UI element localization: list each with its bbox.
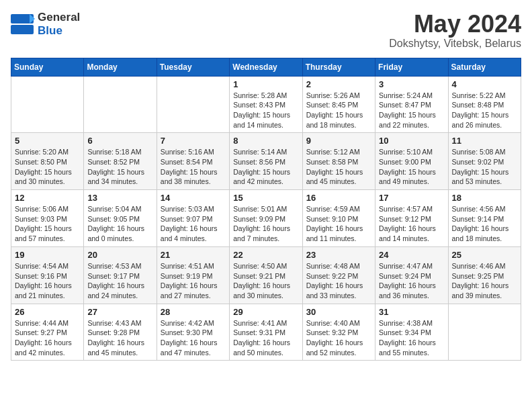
calendar-cell: 13Sunrise: 5:04 AMSunset: 9:05 PMDayligh… [84,190,157,247]
day-info: Sunrise: 5:22 AMSunset: 8:48 PMDaylight:… [452,91,517,130]
day-info: Sunrise: 5:12 AMSunset: 8:58 PMDaylight:… [306,147,371,187]
calendar-cell [448,304,521,361]
calendar-cell: 7Sunrise: 5:16 AMSunset: 8:54 PMDaylight… [157,133,229,190]
calendar-week-row: 1Sunrise: 5:28 AMSunset: 8:43 PMDaylight… [11,76,521,133]
calendar-cell: 21Sunrise: 4:51 AMSunset: 9:19 PMDayligh… [157,246,229,304]
weekday-header: Tuesday [157,58,229,76]
day-info: Sunrise: 5:14 AMSunset: 8:56 PMDaylight:… [233,147,298,187]
day-info: Sunrise: 4:40 AMSunset: 9:32 PMDaylight:… [306,318,371,358]
day-number: 28 [161,307,226,317]
page-header: General Blue May 2024 Dokshytsy, Vitebsk… [11,11,521,50]
calendar-cell: 29Sunrise: 4:41 AMSunset: 9:31 PMDayligh… [230,304,302,361]
calendar-cell: 12Sunrise: 5:06 AMSunset: 9:03 PMDayligh… [11,190,84,247]
calendar-cell: 14Sunrise: 5:03 AMSunset: 9:07 PMDayligh… [157,190,229,247]
day-info: Sunrise: 4:51 AMSunset: 9:19 PMDaylight:… [161,261,226,301]
calendar-week-row: 26Sunrise: 4:44 AMSunset: 9:27 PMDayligh… [11,304,521,361]
day-number: 7 [161,136,226,146]
svg-rect-1 [11,25,34,34]
calendar-table: SundayMondayTuesdayWednesdayThursdayFrid… [11,58,521,361]
calendar-cell [11,76,84,133]
calendar-cell: 20Sunrise: 4:53 AMSunset: 9:17 PMDayligh… [84,246,157,304]
day-number: 2 [306,79,371,89]
calendar-cell: 27Sunrise: 4:43 AMSunset: 9:28 PMDayligh… [84,304,157,361]
day-info: Sunrise: 4:53 AMSunset: 9:17 PMDaylight:… [87,261,152,301]
day-info: Sunrise: 5:03 AMSunset: 9:07 PMDaylight:… [161,204,226,244]
calendar-cell: 28Sunrise: 4:42 AMSunset: 9:30 PMDayligh… [157,304,229,361]
logo-general: General [38,11,80,24]
calendar-cell: 8Sunrise: 5:14 AMSunset: 8:56 PMDaylight… [230,133,302,190]
calendar-week-row: 19Sunrise: 4:54 AMSunset: 9:16 PMDayligh… [11,246,521,304]
day-info: Sunrise: 5:28 AMSunset: 8:43 PMDaylight:… [233,91,298,130]
day-number: 16 [306,193,371,203]
day-number: 20 [87,250,152,260]
day-number: 27 [87,307,152,317]
weekday-header-row: SundayMondayTuesdayWednesdayThursdayFrid… [11,58,521,76]
month-title: May 2024 [389,11,521,38]
day-number: 29 [233,307,298,317]
location-title: Dokshytsy, Vitebsk, Belarus [389,38,521,50]
calendar-cell: 22Sunrise: 4:50 AMSunset: 9:21 PMDayligh… [230,246,302,304]
weekday-header: Wednesday [230,58,302,76]
weekday-header: Thursday [302,58,375,76]
day-info: Sunrise: 5:26 AMSunset: 8:45 PMDaylight:… [306,91,371,130]
calendar-cell: 23Sunrise: 4:48 AMSunset: 9:22 PMDayligh… [302,246,375,304]
day-info: Sunrise: 4:42 AMSunset: 9:30 PMDaylight:… [161,318,226,358]
logo-icon [11,14,35,34]
day-info: Sunrise: 5:06 AMSunset: 9:03 PMDaylight:… [15,204,80,244]
day-info: Sunrise: 4:54 AMSunset: 9:16 PMDaylight:… [15,261,80,301]
day-info: Sunrise: 5:24 AMSunset: 8:47 PMDaylight:… [379,91,444,130]
calendar-cell: 16Sunrise: 4:59 AMSunset: 9:10 PMDayligh… [302,190,375,247]
day-info: Sunrise: 5:16 AMSunset: 8:54 PMDaylight:… [161,147,226,187]
day-info: Sunrise: 4:43 AMSunset: 9:28 PMDaylight:… [87,318,152,358]
day-info: Sunrise: 4:59 AMSunset: 9:10 PMDaylight:… [306,204,371,244]
day-info: Sunrise: 4:46 AMSunset: 9:25 PMDaylight:… [452,261,517,301]
day-number: 24 [379,250,444,260]
calendar-cell: 18Sunrise: 4:56 AMSunset: 9:14 PMDayligh… [448,190,521,247]
calendar-cell: 1Sunrise: 5:28 AMSunset: 8:43 PMDaylight… [230,76,302,133]
day-number: 8 [233,136,298,146]
calendar-cell: 30Sunrise: 4:40 AMSunset: 9:32 PMDayligh… [302,304,375,361]
calendar-cell: 9Sunrise: 5:12 AMSunset: 8:58 PMDaylight… [302,133,375,190]
day-number: 30 [306,307,371,317]
calendar-cell: 5Sunrise: 5:20 AMSunset: 8:50 PMDaylight… [11,133,84,190]
day-number: 5 [15,136,80,146]
day-number: 13 [87,193,152,203]
day-number: 31 [379,307,444,317]
calendar-cell: 10Sunrise: 5:10 AMSunset: 9:00 PMDayligh… [375,133,448,190]
day-info: Sunrise: 4:57 AMSunset: 9:12 PMDaylight:… [379,204,444,244]
day-info: Sunrise: 4:56 AMSunset: 9:14 PMDaylight:… [452,204,517,244]
day-number: 14 [161,193,226,203]
calendar-cell: 4Sunrise: 5:22 AMSunset: 8:48 PMDaylight… [448,76,521,133]
calendar-cell: 6Sunrise: 5:18 AMSunset: 8:52 PMDaylight… [84,133,157,190]
calendar-cell: 25Sunrise: 4:46 AMSunset: 9:25 PMDayligh… [448,246,521,304]
day-number: 1 [233,79,298,89]
day-info: Sunrise: 4:41 AMSunset: 9:31 PMDaylight:… [233,318,298,358]
weekday-header: Sunday [11,58,84,76]
day-info: Sunrise: 5:20 AMSunset: 8:50 PMDaylight:… [15,147,80,187]
day-number: 23 [306,250,371,260]
day-number: 19 [15,250,80,260]
day-number: 11 [452,136,517,146]
day-info: Sunrise: 5:01 AMSunset: 9:09 PMDaylight:… [233,204,298,244]
day-info: Sunrise: 5:04 AMSunset: 9:05 PMDaylight:… [87,204,152,244]
calendar-cell [157,76,229,133]
day-number: 10 [379,136,444,146]
day-number: 17 [379,193,444,203]
calendar-cell: 24Sunrise: 4:47 AMSunset: 9:24 PMDayligh… [375,246,448,304]
calendar-week-row: 5Sunrise: 5:20 AMSunset: 8:50 PMDaylight… [11,133,521,190]
day-number: 12 [15,193,80,203]
day-number: 18 [452,193,517,203]
day-number: 22 [233,250,298,260]
day-number: 25 [452,250,517,260]
calendar-cell: 26Sunrise: 4:44 AMSunset: 9:27 PMDayligh… [11,304,84,361]
weekday-header: Saturday [448,58,521,76]
calendar-cell [84,76,157,133]
day-number: 9 [306,136,371,146]
day-info: Sunrise: 4:47 AMSunset: 9:24 PMDaylight:… [379,261,444,301]
calendar-cell: 2Sunrise: 5:26 AMSunset: 8:45 PMDaylight… [302,76,375,133]
logo: General Blue [11,11,80,38]
weekday-header: Friday [375,58,448,76]
day-number: 6 [87,136,152,146]
calendar-week-row: 12Sunrise: 5:06 AMSunset: 9:03 PMDayligh… [11,190,521,247]
day-info: Sunrise: 5:18 AMSunset: 8:52 PMDaylight:… [87,147,152,187]
